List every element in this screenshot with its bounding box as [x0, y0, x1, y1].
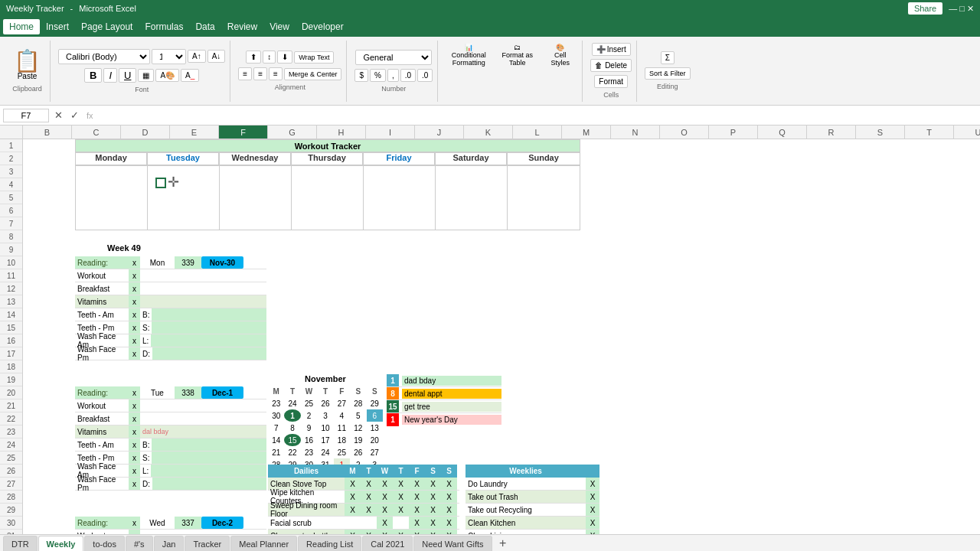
col-header-n[interactable]: N — [611, 126, 660, 139]
tab-jan[interactable]: Jan — [154, 536, 185, 551]
col-header-h[interactable]: H — [317, 126, 366, 139]
col-header-b[interactable]: B — [23, 126, 72, 139]
font-color-button[interactable]: A_ — [181, 69, 199, 82]
increase-decimal-button[interactable]: .0 — [400, 69, 416, 82]
number-format-selector[interactable]: General — [355, 50, 432, 65]
row-28[interactable]: 28 — [0, 491, 22, 504]
italic-button[interactable]: I — [103, 68, 117, 83]
tab-tracker[interactable]: Tracker — [185, 536, 230, 551]
conditional-formatting-button[interactable]: 📊 Conditional Formatting — [446, 42, 492, 68]
tab-weekly[interactable]: Weekly — [38, 536, 84, 551]
currency-button[interactable]: $ — [354, 69, 368, 82]
row-3[interactable]: 3 — [0, 165, 22, 178]
decrease-decimal-button[interactable]: .0 — [417, 69, 433, 82]
s-value-mon[interactable] — [152, 321, 266, 334]
row-9[interactable]: 9 — [0, 243, 22, 256]
row-15[interactable]: 15 — [0, 321, 22, 334]
tab-numbers[interactable]: #'s — [126, 536, 153, 551]
menu-home[interactable]: Home — [3, 19, 40, 34]
teeth-am-x-mon[interactable]: x — [129, 308, 140, 321]
row-12[interactable]: 12 — [0, 282, 22, 295]
align-right-button[interactable]: ≡ — [269, 67, 283, 80]
row-24[interactable]: 24 — [0, 439, 22, 452]
menu-formulas[interactable]: Formulas — [139, 19, 189, 34]
comma-button[interactable]: , — [387, 69, 399, 82]
workout-x-tue[interactable]: x — [129, 399, 140, 412]
paste-button[interactable]: 📋 Paste — [10, 49, 44, 82]
wash-pm-x-mon[interactable]: x — [129, 347, 140, 360]
menu-insert[interactable]: Insert — [40, 19, 75, 34]
workout-x-mon[interactable]: x — [129, 269, 140, 282]
row-2[interactable]: 2 — [0, 152, 22, 165]
reading-x-mon[interactable]: x — [129, 256, 140, 269]
col-header-e[interactable]: E — [170, 126, 219, 139]
row-1[interactable]: 1 — [0, 139, 22, 152]
vitamins-x-mon[interactable]: x — [129, 295, 140, 308]
border-button[interactable]: ▦ — [138, 69, 154, 82]
row-23[interactable]: 23 — [0, 425, 22, 439]
cell-tue[interactable]: ✛ — [148, 166, 220, 230]
cell-mon[interactable] — [76, 166, 148, 230]
tab-reading-list[interactable]: Reading List — [298, 536, 361, 551]
row-29[interactable]: 29 — [0, 504, 22, 517]
align-bottom-button[interactable]: ⬇ — [277, 51, 292, 64]
menu-developer[interactable]: Developer — [296, 19, 350, 34]
insert-button[interactable]: ➕ Insert — [592, 43, 631, 56]
col-header-l[interactable]: L — [513, 126, 562, 139]
row-6[interactable]: 6 — [0, 204, 22, 217]
breakfast-x-mon[interactable]: x — [129, 282, 140, 295]
align-top-button[interactable]: ⬆ — [246, 51, 261, 64]
l-value-mon[interactable] — [151, 334, 266, 347]
row-17[interactable]: 17 — [0, 347, 22, 360]
row-13[interactable]: 13 — [0, 295, 22, 308]
row-5[interactable]: 5 — [0, 191, 22, 204]
sort-filter-button[interactable]: Sort & Filter — [645, 67, 691, 80]
cal-15[interactable]: 15 — [284, 434, 300, 446]
row-31[interactable]: 31 — [0, 530, 22, 534]
tab-cal-2021[interactable]: Cal 2021 — [362, 536, 413, 551]
row-19[interactable]: 19 — [0, 373, 22, 386]
cancel-formula-button[interactable]: ✕ — [52, 109, 65, 121]
cell-styles-button[interactable]: 🎨 Cell Styles — [543, 42, 577, 68]
menu-page-layout[interactable]: Page Layout — [75, 19, 139, 34]
selected-cell[interactable] — [155, 178, 166, 188]
font-selector[interactable]: Calibri (Body) — [58, 49, 150, 64]
underline-button[interactable]: U — [119, 68, 136, 83]
menu-view[interactable]: View — [263, 19, 296, 34]
formula-input[interactable] — [99, 109, 977, 122]
row-27[interactable]: 27 — [0, 478, 22, 491]
reading-x-tue[interactable]: x — [129, 386, 140, 399]
decrease-font-button[interactable]: A↓ — [207, 50, 226, 63]
col-header-f[interactable]: F — [219, 126, 268, 139]
cell-thu[interactable] — [292, 166, 364, 230]
format-button[interactable]: Format — [594, 75, 628, 88]
tab-todos[interactable]: to-dos — [84, 536, 125, 551]
row-26[interactable]: 26 — [0, 465, 22, 478]
row-21[interactable]: 21 — [0, 399, 22, 412]
cal-23[interactable]: 23 — [268, 397, 284, 409]
teeth-pm-x-mon[interactable]: x — [129, 321, 140, 334]
tab-meal-planner[interactable]: Meal Planner — [230, 536, 297, 551]
row-16[interactable]: 16 — [0, 334, 22, 347]
wrap-text-button[interactable]: Wrap Text — [294, 51, 334, 64]
increase-font-button[interactable]: A↑ — [188, 50, 206, 63]
col-header-g[interactable]: G — [268, 126, 317, 139]
row-30[interactable]: 30 — [0, 517, 22, 530]
col-header-r[interactable]: R — [807, 126, 856, 139]
cell-fri[interactable] — [364, 166, 436, 230]
row-18[interactable]: 18 — [0, 360, 22, 373]
cal-6[interactable]: 6 — [367, 409, 383, 422]
col-header-k[interactable]: K — [464, 126, 513, 139]
merge-center-button[interactable]: Merge & Center — [284, 68, 342, 80]
col-header-u[interactable]: U — [954, 126, 980, 139]
cell-wed[interactable] — [220, 166, 292, 230]
cal-today-1[interactable]: 1 — [284, 409, 300, 422]
col-header-s[interactable]: S — [856, 126, 905, 139]
bold-button[interactable]: B — [84, 68, 102, 83]
d-value-mon[interactable] — [152, 347, 266, 360]
tab-need-want-gifts[interactable]: Need Want Gifts — [413, 536, 492, 551]
col-header-p[interactable]: P — [709, 126, 758, 139]
row-14[interactable]: 14 — [0, 308, 22, 321]
align-left-button[interactable]: ≡ — [238, 67, 252, 80]
row-20[interactable]: 20 — [0, 386, 22, 399]
